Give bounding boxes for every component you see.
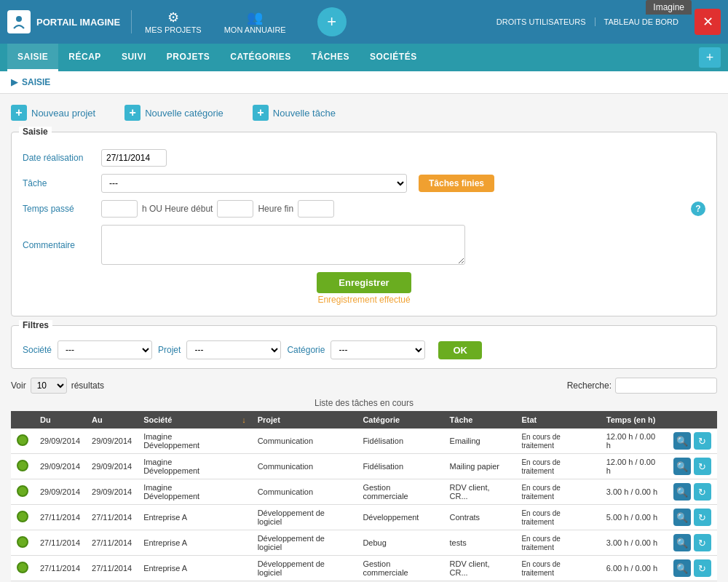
navbar-item-recap[interactable]: RÉCAP	[58, 44, 111, 71]
col-etat[interactable]: Etat	[515, 411, 600, 428]
navbar-item-categories[interactable]: CATÉGORIES	[220, 44, 301, 71]
mon-annuaire-label: MON ANNUAIRE	[224, 25, 286, 34]
taches-finies-button[interactable]: Tâches finies	[419, 175, 494, 192]
row-categorie: Fidélisation	[357, 428, 443, 454]
heure-debut-input[interactable]	[217, 200, 253, 218]
col-societe[interactable]: Société	[138, 411, 236, 428]
commentaire-label: Commentaire	[23, 240, 95, 250]
row-empty	[236, 530, 252, 556]
search-input[interactable]	[615, 378, 717, 394]
navbar-item-saisie[interactable]: SAISIE	[7, 44, 58, 71]
row-status	[11, 428, 34, 454]
results-bar: Voir 10 25 50 résultats Recherche:	[11, 378, 717, 394]
recherche-label: Recherche:	[567, 380, 612, 391]
row-tache: Contrats	[444, 505, 516, 530]
enregistrement-text: Enregistrement effectué	[23, 295, 705, 305]
ok-button[interactable]: OK	[438, 341, 482, 359]
row-societe: Imagine Développement	[138, 428, 236, 454]
status-dot	[17, 434, 28, 446]
row-temps: 6.00 h / 0.00 h	[601, 556, 668, 581]
enregistrer-button[interactable]: Enregistrer	[317, 272, 411, 293]
row-tache: Emailing	[444, 428, 516, 454]
droits-utilisateurs-link[interactable]: DROITS UTILISATEURS	[488, 17, 596, 26]
commentaire-textarea[interactable]	[101, 225, 465, 265]
col-temps[interactable]: Temps (en h)	[601, 411, 668, 428]
search-action-icon[interactable]: 🔍	[673, 432, 691, 450]
heure-fin-input[interactable]	[298, 200, 334, 218]
main-content: + Nouveau projet + Nouvelle catégorie + …	[0, 94, 728, 582]
table-row: 29/09/2014 29/09/2014 Imagine Développem…	[11, 428, 717, 454]
col-actions	[668, 411, 717, 428]
navbar-item-suivi[interactable]: SUIVI	[111, 44, 157, 71]
row-au: 27/11/2014	[86, 505, 138, 530]
row-empty	[236, 479, 252, 505]
nouvelle-tache-button[interactable]: + Nouvelle tâche	[253, 105, 336, 121]
row-au: 27/11/2014	[86, 530, 138, 556]
search-action-icon[interactable]: 🔍	[673, 509, 691, 526]
refresh-action-icon[interactable]: ↻	[694, 432, 711, 450]
row-societe: Imagine Développement	[138, 479, 236, 505]
row-actions: 🔍 ↻	[668, 428, 717, 454]
societe-select[interactable]: ---	[58, 340, 152, 359]
row-tache: tests	[444, 530, 516, 556]
nouvelle-categorie-label: Nouvelle catégorie	[145, 108, 223, 119]
nav-mon-annuaire[interactable]: 👥 MON ANNUAIRE	[218, 6, 292, 38]
nav-mes-projets[interactable]: ⚙ MES PROJETS	[139, 6, 207, 38]
row-temps: 12.00 h / 0.00 h	[601, 454, 668, 479]
col-du[interactable]: Du	[34, 411, 86, 428]
refresh-action-icon[interactable]: ↻	[694, 534, 711, 551]
table-row: 27/11/2014 27/11/2014 Entreprise A Dével…	[11, 505, 717, 530]
temps-h-input[interactable]	[101, 200, 138, 218]
col-tache[interactable]: Tâche	[444, 411, 516, 428]
row-projet: Communication	[252, 454, 357, 479]
commentaire-row: Commentaire	[23, 225, 705, 265]
search-action-icon[interactable]: 🔍	[673, 483, 691, 501]
header-add-button[interactable]: +	[317, 7, 347, 36]
search-action-icon[interactable]: 🔍	[673, 458, 691, 475]
refresh-action-icon[interactable]: ↻	[694, 483, 711, 501]
navbar-add-button[interactable]: +	[699, 47, 721, 68]
close-icon: ✕	[703, 14, 713, 30]
categorie-select[interactable]: ---	[331, 340, 425, 359]
nouvelle-categorie-button[interactable]: + Nouvelle catégorie	[124, 105, 223, 121]
nouveau-projet-label: Nouveau projet	[31, 108, 95, 119]
row-temps: 3.00 h / 0.00 h	[601, 479, 668, 505]
navbar-item-taches[interactable]: TÂCHES	[301, 44, 360, 71]
close-button[interactable]: ✕	[695, 9, 721, 35]
status-dot	[17, 485, 28, 497]
nouveau-projet-button[interactable]: + Nouveau projet	[11, 105, 95, 121]
row-du: 27/11/2014	[34, 530, 86, 556]
row-actions: 🔍 ↻	[668, 530, 717, 556]
projet-select[interactable]: ---	[186, 340, 281, 359]
nouveau-projet-icon: +	[11, 105, 27, 121]
date-realisation-input[interactable]	[101, 149, 167, 167]
search-action-icon[interactable]: 🔍	[673, 534, 691, 551]
col-au[interactable]: Au	[86, 411, 138, 428]
refresh-action-icon[interactable]: ↻	[694, 509, 711, 526]
results-per-page[interactable]: 10 25 50	[31, 378, 67, 394]
col-projet[interactable]: Projet	[252, 411, 357, 428]
col-categorie[interactable]: Catégorie	[357, 411, 443, 428]
row-temps: 3.00 h / 0.00 h	[601, 530, 668, 556]
logo-text: PORTAIL IMAGINE	[36, 17, 120, 28]
search-action-icon[interactable]: 🔍	[673, 559, 691, 577]
projet-label: Projet	[158, 345, 181, 355]
header-add-icon: +	[327, 12, 336, 31]
tableau-de-bord-link[interactable]: TABLEAU DE BORD	[596, 17, 688, 26]
header-nav: ⚙ MES PROJETS 👥 MON ANNUAIRE +	[139, 6, 347, 38]
h-ou-label: h OU Heure début	[142, 204, 213, 214]
refresh-action-icon[interactable]: ↻	[694, 458, 711, 475]
navbar-item-projets[interactable]: PROJETS	[157, 44, 221, 71]
row-etat: En cours de traitement	[515, 454, 600, 479]
saisie-form: Saisie Date réalisation Tâche --- Tâches…	[11, 132, 717, 316]
table-row: 29/09/2014 29/09/2014 Imagine Développem…	[11, 454, 717, 479]
breadcrumb-label: SAISIE	[22, 77, 50, 87]
row-categorie: Gestion commerciale	[357, 479, 443, 505]
logo: PORTAIL IMAGINE	[7, 10, 132, 33]
nouvelle-tache-label: Nouvelle tâche	[273, 108, 336, 119]
help-icon[interactable]: ?	[691, 202, 705, 216]
refresh-action-icon[interactable]: ↻	[694, 559, 711, 577]
tache-select[interactable]: ---	[101, 174, 407, 193]
navbar-item-societes[interactable]: SOCIÉTÉS	[360, 44, 427, 71]
row-etat: En cours de traitement	[515, 479, 600, 505]
